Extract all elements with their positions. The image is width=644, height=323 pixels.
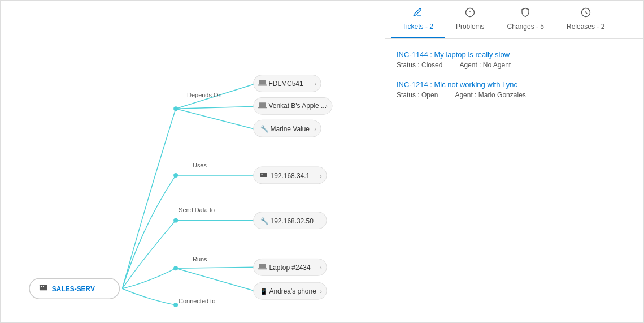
graph-panel: Depends On Uses Send Data to Runs Connec… [1, 1, 385, 322]
svg-text:Andrea's phone: Andrea's phone [269, 287, 317, 295]
svg-rect-25 [259, 102, 266, 107]
ticket-title-2[interactable]: INC-1214 : Mic not working with Lync [397, 80, 632, 89]
ticket-item-1: INC-1144 : My laptop is really slow Stat… [397, 50, 632, 69]
svg-rect-19 [43, 286, 44, 287]
ticket-status-2: Status : Open [397, 91, 438, 99]
tab-tickets[interactable]: Tickets - 2 [391, 1, 445, 38]
svg-text:›: › [314, 80, 316, 87]
svg-line-13 [176, 268, 255, 291]
svg-line-12 [176, 267, 255, 268]
svg-text:🔧: 🔧 [260, 217, 269, 225]
problems-icon [465, 7, 475, 20]
tab-tickets-label: Tickets - 2 [402, 23, 433, 31]
svg-rect-38 [259, 264, 266, 268]
ticket-meta-2: Status : Open Agent : Mario Gonzales [397, 91, 632, 99]
svg-text:192.168.34.1: 192.168.34.1 [271, 172, 310, 180]
tab-content: INC-1144 : My laptop is really slow Stat… [385, 39, 643, 322]
ticket-agent-1: Agent : No Agent [459, 61, 511, 69]
svg-text:Venkat B's Apple ...: Venkat B's Apple ... [269, 102, 327, 110]
svg-point-15 [173, 303, 178, 307]
tab-problems[interactable]: Problems [445, 1, 496, 38]
svg-line-3 [176, 109, 255, 129]
svg-text:Send Data to: Send Data to [179, 206, 215, 213]
svg-text:›: › [325, 102, 328, 109]
releases-icon [581, 7, 591, 20]
svg-text:Laptop #2434: Laptop #2434 [269, 264, 311, 272]
svg-text:›: › [320, 173, 322, 179]
svg-rect-18 [41, 286, 42, 287]
svg-text:📱: 📱 [260, 287, 268, 295]
tab-problems-label: Problems [456, 23, 485, 31]
ticket-agent-2: Agent : Mario Gonzales [455, 91, 525, 99]
svg-text:192.168.32.50: 192.168.32.50 [271, 217, 314, 225]
tab-releases[interactable]: Releases - 2 [555, 1, 616, 38]
svg-rect-32 [260, 173, 267, 177]
tab-releases-label: Releases - 2 [567, 23, 604, 31]
svg-text:Runs: Runs [193, 256, 207, 262]
svg-rect-33 [262, 174, 263, 175]
svg-text:›: › [320, 264, 322, 271]
svg-rect-21 [259, 80, 266, 85]
svg-text:FDLMC541: FDLMC541 [269, 80, 303, 88]
tab-changes[interactable]: Changes - 5 [496, 1, 555, 38]
tickets-icon [412, 7, 423, 20]
tabs-container: Tickets - 2 Problems Changes - 5 [385, 1, 643, 39]
svg-rect-22 [258, 84, 267, 85]
tab-changes-label: Changes - 5 [507, 23, 544, 31]
svg-rect-39 [258, 268, 267, 269]
svg-line-2 [176, 106, 255, 109]
svg-text:›: › [314, 126, 316, 132]
changes-icon [520, 7, 530, 20]
svg-text:›: › [320, 288, 322, 295]
svg-text:🔧: 🔧 [260, 124, 269, 133]
right-panel: Tickets - 2 Problems Changes - 5 [385, 1, 643, 322]
svg-text:Marine Value: Marine Value [271, 125, 310, 133]
ticket-status-1: Status : Closed [397, 61, 442, 69]
ticket-meta-1: Status : Closed Agent : No Agent [397, 61, 632, 69]
svg-text:Depends On: Depends On [187, 92, 221, 98]
svg-text:Uses: Uses [193, 162, 207, 169]
svg-text:SALES-SERV: SALES-SERV [52, 285, 95, 293]
svg-text:Connected to: Connected to [179, 298, 215, 304]
svg-rect-26 [258, 107, 267, 108]
ticket-title-1[interactable]: INC-1144 : My laptop is really slow [397, 50, 632, 59]
ticket-item-2: INC-1214 : Mic not working with Lync Sta… [397, 80, 632, 99]
svg-rect-17 [40, 285, 47, 290]
